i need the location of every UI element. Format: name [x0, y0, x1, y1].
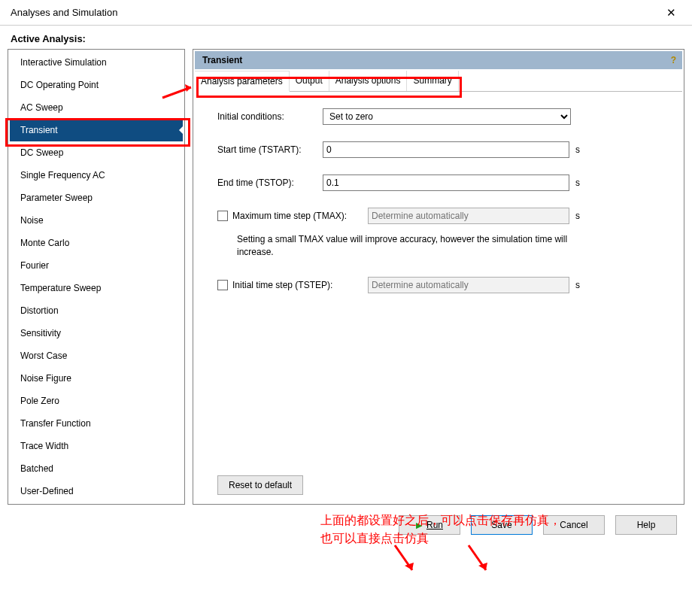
sidebar-item-parameter-sweep[interactable]: Parameter Sweep: [10, 187, 183, 209]
tab-output[interactable]: Output: [290, 71, 329, 91]
svg-line-2: [395, 545, 412, 570]
cancel-button[interactable]: Cancel: [543, 515, 605, 535]
tmax-hint: Setting a small TMAX value will improve …: [237, 233, 568, 259]
init-step-label: Initial time step (TSTEP):: [232, 280, 332, 290]
init-step-unit: s: [575, 280, 580, 290]
form-area: Initial conditions: Set to zero Start ti…: [195, 92, 682, 502]
sidebar-item-transient[interactable]: Transient: [10, 119, 183, 141]
svg-marker-3: [405, 563, 414, 570]
sidebar-item-sensitivity[interactable]: Sensitivity: [10, 322, 183, 344]
end-time-label: End time (TSTOP):: [217, 178, 323, 188]
max-step-input[interactable]: [368, 208, 569, 224]
init-step-checkbox[interactable]: [217, 280, 228, 290]
tab-analysis-options[interactable]: Analysis options: [329, 71, 408, 91]
sidebar-item-single-frequency-ac[interactable]: Single Frequency AC: [10, 164, 183, 187]
sidebar-item-ac-sweep[interactable]: AC Sweep: [10, 96, 183, 119]
svg-line-4: [469, 545, 486, 570]
max-step-unit: s: [575, 211, 580, 221]
sidebar-item-user-defined[interactable]: User-Defined: [10, 480, 183, 502]
annotation-arrow-run: [391, 542, 421, 579]
active-analysis-label: Active Analysis:: [0, 26, 692, 49]
tab-bar: Analysis parametersOutputAnalysis option…: [195, 71, 682, 92]
tab-summary[interactable]: Summary: [407, 71, 458, 91]
sidebar-item-noise[interactable]: Noise: [10, 209, 183, 232]
max-step-label: Maximum time step (TMAX):: [232, 211, 347, 221]
panel-header: Transient ?: [195, 51, 682, 69]
sidebar-item-worst-case[interactable]: Worst Case: [10, 344, 183, 367]
annotation-arrow-save: [465, 542, 495, 579]
run-button[interactable]: ▶Run: [399, 515, 460, 535]
run-label: Run: [426, 520, 443, 530]
sidebar-item-pole-zero[interactable]: Pole Zero: [10, 390, 183, 412]
help-icon[interactable]: ?: [671, 55, 676, 65]
sidebar-item-dc-operating-point[interactable]: DC Operating Point: [10, 74, 183, 96]
sidebar-item-distortion[interactable]: Distortion: [10, 299, 183, 322]
play-icon: ▶: [416, 520, 422, 530]
start-time-unit: s: [575, 144, 580, 155]
sidebar-item-transfer-function[interactable]: Transfer Function: [10, 412, 183, 435]
initial-conditions-label: Initial conditions:: [217, 111, 323, 122]
init-step-input[interactable]: [368, 277, 569, 293]
end-time-input[interactable]: [323, 174, 569, 191]
sidebar-item-interactive-simulation[interactable]: Interactive Simulation: [10, 51, 183, 74]
sidebar-item-fourier[interactable]: Fourier: [10, 254, 183, 277]
initial-conditions-select[interactable]: Set to zero: [323, 108, 571, 125]
sidebar-item-trace-width[interactable]: Trace Width: [10, 435, 183, 457]
sidebar-item-temperature-sweep[interactable]: Temperature Sweep: [10, 277, 183, 299]
start-time-label: Start time (TSTART):: [217, 144, 323, 155]
start-time-input[interactable]: [323, 141, 569, 158]
titlebar: Analyses and Simulation ✕: [0, 0, 692, 26]
max-step-checkbox[interactable]: [217, 211, 228, 221]
save-button[interactable]: Save: [471, 515, 533, 535]
panel-title: Transient: [202, 55, 242, 65]
reset-button[interactable]: Reset to default: [217, 475, 303, 495]
window-title: Analyses and Simulation: [11, 7, 117, 18]
sidebar-item-dc-sweep[interactable]: DC Sweep: [10, 141, 183, 164]
svg-marker-5: [478, 563, 487, 570]
footer: ▶Run Save Cancel Help: [0, 508, 692, 545]
end-time-unit: s: [575, 178, 580, 188]
help-button[interactable]: Help: [615, 515, 677, 535]
sidebar-item-noise-figure[interactable]: Noise Figure: [10, 367, 183, 390]
sidebar-item-batched[interactable]: Batched: [10, 457, 183, 480]
sidebar-item-monte-carlo[interactable]: Monte Carlo: [10, 232, 183, 254]
tab-analysis-parameters[interactable]: Analysis parameters: [195, 71, 290, 92]
analysis-sidebar: Interactive SimulationDC Operating Point…: [8, 49, 185, 505]
main-panel: Transient ? Analysis parametersOutputAna…: [193, 49, 684, 505]
close-icon[interactable]: ✕: [656, 2, 686, 23]
